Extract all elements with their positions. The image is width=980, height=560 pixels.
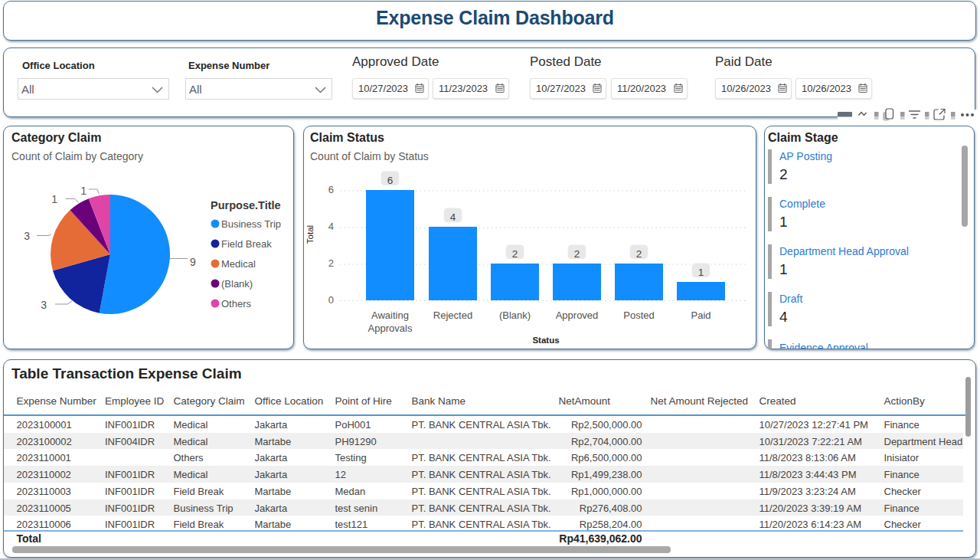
svg-text:Paid: Paid [691,309,710,321]
svg-text:Posted: Posted [623,309,654,321]
svg-text:Others: Others [221,298,252,309]
svg-text:9: 9 [190,256,196,268]
svg-text:2: 2 [328,257,333,269]
svg-text:(Blank): (Blank) [221,278,253,290]
svg-text:Awaiting: Awaiting [371,309,409,321]
svg-text:3: 3 [41,299,47,311]
svg-text:3: 3 [24,230,30,242]
svg-text:2: 2 [573,247,580,259]
svg-text:0: 0 [328,294,333,306]
svg-text:4: 4 [449,211,456,222]
svg-text:Approved: Approved [555,309,598,321]
svg-text:2: 2 [635,247,642,259]
svg-text:Field Break: Field Break [221,238,272,250]
svg-text:1: 1 [80,184,87,196]
svg-text:(Blank): (Blank) [498,309,530,321]
svg-text:Business Trip: Business Trip [221,218,281,230]
svg-text:1: 1 [697,266,704,277]
svg-text:Medical: Medical [221,258,256,270]
svg-text:6: 6 [387,174,393,185]
svg-text:1: 1 [51,192,57,205]
svg-text:Approvals: Approvals [368,323,412,334]
svg-text:2: 2 [511,247,518,259]
svg-text:Total: Total [305,224,315,243]
svg-text:Purpose.Title: Purpose.Title [211,199,281,211]
svg-text:Status: Status [532,336,559,345]
svg-text:4: 4 [328,221,333,232]
svg-text:6: 6 [328,184,333,195]
svg-text:Rejected: Rejected [433,309,472,321]
